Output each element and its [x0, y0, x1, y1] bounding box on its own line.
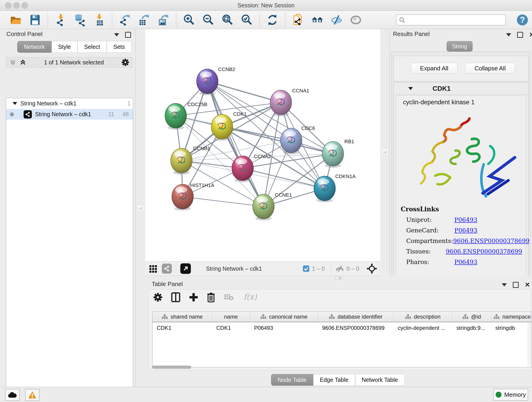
crosslink-link[interactable]: P06493 — [454, 216, 477, 223]
zoom-selected-button[interactable] — [240, 13, 253, 27]
results-panel-collapse-icon[interactable] — [506, 33, 511, 36]
table-panel-close-icon[interactable]: ✕ — [525, 283, 530, 287]
export-table-button[interactable] — [138, 13, 151, 27]
cell-canonical-name[interactable]: P06493 — [250, 325, 318, 331]
node-RB1[interactable]: RB1 — [322, 139, 354, 168]
table-horizontal-scrollbar[interactable] — [152, 366, 191, 369]
left-splitter-handle[interactable] — [137, 205, 144, 211]
compartments-houses-button[interactable] — [311, 13, 324, 27]
crosslink-link[interactable]: P06493 — [454, 259, 477, 265]
horizontal-splitter[interactable] — [145, 276, 532, 280]
detach-view-icon[interactable] — [180, 263, 191, 274]
tab-style[interactable]: Style — [51, 41, 78, 53]
node-CDC6[interactable]: CDC6 — [280, 125, 315, 154]
tab-node-table[interactable]: Node Table — [271, 374, 313, 386]
tab-network[interactable]: Network — [17, 41, 51, 53]
node-HIST1H1A[interactable]: HIST1H1A — [172, 182, 214, 211]
expand-all-button[interactable]: Expand All — [411, 63, 457, 74]
network-collection-row[interactable]: String Network – cdk1 1 — [6, 98, 133, 109]
open-session-button[interactable] — [9, 13, 22, 27]
tab-sets[interactable]: Sets — [107, 41, 132, 53]
column-header-namespace[interactable]: namespace — [491, 312, 531, 322]
cell-name[interactable]: CDK1 — [212, 325, 250, 331]
cloud-button[interactable] — [5, 389, 20, 401]
node-CDC25B[interactable]: CDC25B — [165, 102, 207, 130]
network-options-gear-icon[interactable] — [121, 58, 129, 66]
node-CCNE1[interactable]: CCNE1 — [253, 192, 292, 220]
column-header-description[interactable]: description — [394, 312, 452, 322]
control-panel-collapse-icon[interactable] — [114, 33, 119, 36]
import-network-file-button[interactable] — [54, 13, 67, 27]
cell-namespace[interactable]: stringdb — [491, 325, 531, 331]
table-settings-gear-button[interactable] — [153, 293, 162, 302]
zoom-fit-button[interactable] — [221, 13, 234, 27]
horizontal-splitter-handle[interactable] — [335, 277, 341, 280]
tab-edge-table[interactable]: Edge Table — [313, 374, 355, 386]
gene-header[interactable]: CDK1 — [394, 83, 528, 95]
node-CCNB1[interactable]: CCNB1 — [171, 146, 210, 175]
graphics-details-eye-button[interactable] — [349, 13, 362, 27]
table-panel-collapse-icon[interactable] — [502, 283, 507, 287]
crosslink-link[interactable]: 9606.ENSP00000378699 — [446, 248, 522, 255]
node-CCNA2[interactable]: CCNA2 — [232, 153, 271, 182]
column-header-id[interactable]: @id — [452, 312, 491, 322]
search-field[interactable] — [396, 14, 506, 26]
results-panel-close-icon[interactable]: ✕ — [529, 32, 532, 37]
crosshair-icon[interactable] — [367, 263, 377, 274]
right-splitter[interactable] — [380, 29, 389, 277]
network-row-selected[interactable]: String Network – cdk1 11 48 — [6, 109, 133, 120]
collapse-all-networks-icon[interactable] — [19, 59, 26, 66]
collapse-all-button[interactable]: Collapse All — [465, 63, 515, 74]
import-network-database-button[interactable] — [73, 13, 87, 27]
left-splitter[interactable] — [136, 29, 145, 387]
column-header-name[interactable]: name — [212, 312, 250, 322]
collection-expander-icon[interactable] — [13, 102, 17, 105]
control-panel-float-icon[interactable] — [125, 32, 131, 38]
table-row[interactable]: CDK1CDK1P064939606.ENSP00000378699cyclin… — [152, 322, 531, 334]
expand-all-networks-icon[interactable] — [9, 59, 16, 66]
hidden-eye-slash-icon[interactable] — [336, 264, 344, 273]
right-splitter-handle[interactable] — [381, 148, 388, 155]
cell-shared-name[interactable]: CDK1 — [152, 325, 212, 331]
crosslink-link[interactable]: 9606.ENSP00000378699 — [453, 237, 530, 244]
cell-id[interactable]: stringdb:9... — [452, 325, 491, 331]
network-graph[interactable]: CCNB2 CCNA1 CDC25B — [145, 29, 380, 261]
apply-layout-button[interactable] — [266, 13, 279, 27]
zoom-in-button[interactable] — [182, 13, 196, 27]
delete-column-trash-button[interactable] — [207, 292, 215, 302]
memory-button[interactable]: Memory — [493, 389, 528, 401]
birds-eye-grid-icon[interactable] — [148, 264, 158, 274]
show-columns-button[interactable] — [171, 292, 180, 302]
export-network-button[interactable] — [118, 13, 132, 27]
column-header-shared-name[interactable]: shared name — [152, 312, 212, 322]
import-table-file-button[interactable] — [93, 13, 106, 27]
search-input[interactable] — [407, 17, 503, 23]
hide-nodes-eye-slash-button[interactable] — [330, 13, 343, 27]
node-CDKN1A[interactable]: CDKN1A — [314, 173, 356, 202]
table-panel-float-icon[interactable] — [513, 282, 519, 288]
tab-string[interactable]: String — [447, 41, 473, 51]
gene-expander-icon[interactable] — [408, 87, 413, 90]
tab-network-table[interactable]: Network Table — [355, 374, 405, 386]
help-button[interactable]: ? — [516, 13, 529, 27]
tab-select[interactable]: Select — [77, 41, 107, 53]
cell-description[interactable]: cyclin-dependent ... — [394, 325, 452, 331]
selected-checkbox-icon[interactable] — [302, 265, 310, 272]
table-vertical-scrollbar[interactable] — [528, 322, 531, 366]
save-session-button[interactable] — [28, 13, 42, 27]
node-CCNB2[interactable]: CCNB2 — [196, 66, 235, 95]
create-column-plus-button[interactable] — [189, 293, 198, 302]
network-canvas[interactable]: CCNB2 CCNA1 CDC25B — [145, 29, 380, 261]
zoom-out-button[interactable] — [202, 13, 215, 27]
cell-database-identifier[interactable]: 9606.ENSP00000378699 — [318, 325, 394, 331]
network-view-share-icon[interactable] — [162, 264, 172, 274]
string-document-button[interactable] — [291, 13, 305, 27]
column-header-database-identifier[interactable]: database identifier — [318, 312, 394, 322]
node-CCNA1[interactable]: CCNA1 — [270, 88, 309, 116]
column-header-canonical-name[interactable]: canonical name — [250, 312, 318, 322]
results-panel-float-icon[interactable] — [517, 32, 523, 38]
gene-symbol: CDK1 — [433, 85, 451, 92]
export-image-button[interactable] — [157, 13, 170, 27]
crosslink-link[interactable]: P06493 — [454, 227, 477, 234]
warnings-button[interactable] — [25, 389, 39, 401]
